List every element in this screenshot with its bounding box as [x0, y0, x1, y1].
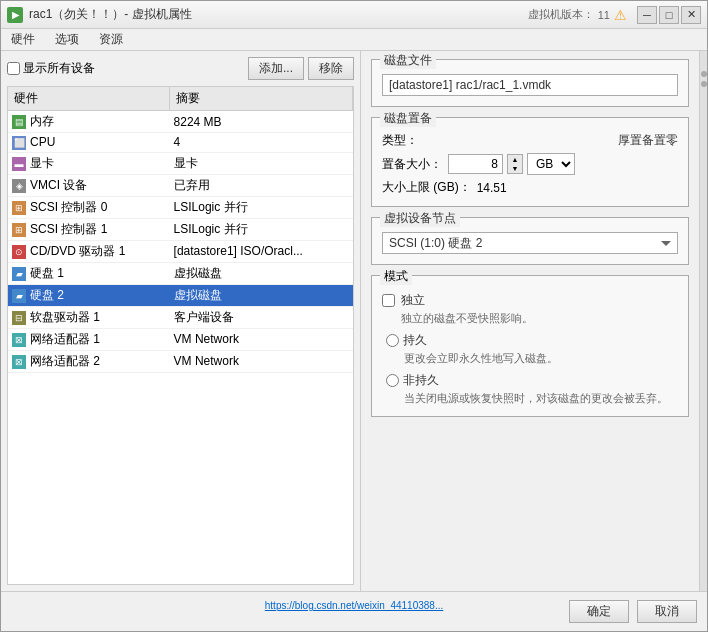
menu-bar: 硬件 选项 资源	[1, 29, 707, 51]
disk-file-section: 磁盘文件	[371, 59, 689, 107]
title-controls: ─ □ ✕	[637, 6, 701, 24]
menu-options[interactable]: 选项	[51, 30, 83, 49]
table-row[interactable]: ▤内存8224 MB	[8, 111, 353, 133]
device-name: SCSI 控制器 1	[30, 222, 107, 236]
mode-section: 模式 独立 独立的磁盘不受快照影响。 持久 更改会立即永久性地写入磁盘。	[371, 275, 689, 417]
persistent-label: 持久	[403, 332, 427, 349]
device-name-cell: ⊞SCSI 控制器 1	[8, 218, 170, 240]
bottom-bar: https://blog.csdn.net/weixin_44110388...…	[1, 591, 707, 631]
device-icon: ▰	[12, 289, 26, 303]
provision-section: 磁盘置备 类型： 厚置备置零 置备大小： ▲ ▼	[371, 117, 689, 207]
maximize-button[interactable]: □	[659, 6, 679, 24]
device-icon: ⊞	[12, 223, 26, 237]
right-panel: 磁盘文件 磁盘置备 类型： 厚置备置零 置备大小：	[361, 51, 699, 591]
device-summary-cell: 显卡	[170, 152, 353, 174]
nonpersistent-desc: 当关闭电源或恢复快照时，对该磁盘的更改会被丢弃。	[404, 391, 678, 406]
main-window: ▶ rac1（勿关！！）- 虚拟机属性 虚拟机版本： 11 ⚠ ─ □ ✕ 硬件…	[0, 0, 708, 632]
table-row[interactable]: ▰硬盘 2虚拟磁盘	[8, 284, 353, 306]
disk-file-title: 磁盘文件	[380, 52, 436, 69]
version-label: 虚拟机版本：	[528, 7, 594, 22]
device-name: 网络适配器 1	[30, 332, 100, 346]
table-row[interactable]: ⬜CPU4	[8, 133, 353, 153]
title-bar: ▶ rac1（勿关！！）- 虚拟机属性 虚拟机版本： 11 ⚠ ─ □ ✕	[1, 1, 707, 29]
device-name-cell: ⊟软盘驱动器 1	[8, 306, 170, 328]
ok-button[interactable]: 确定	[569, 600, 629, 623]
table-row[interactable]: ⊞SCSI 控制器 1LSILogic 并行	[8, 218, 353, 240]
independent-checkbox[interactable]	[382, 294, 395, 307]
toolbar-row: 显示所有设备 添加... 移除	[7, 57, 354, 80]
table-row[interactable]: ⊠网络适配器 1VM Network	[8, 328, 353, 350]
vnode-section: 虚拟设备节点 SCSI (1:0) 硬盘 2	[371, 217, 689, 265]
table-row[interactable]: ⊙CD/DVD 驱动器 1[datastore1] ISO/Oracl...	[8, 240, 353, 262]
size-label: 置备大小：	[382, 156, 442, 173]
remove-button[interactable]: 移除	[308, 57, 354, 80]
menu-hardware[interactable]: 硬件	[7, 30, 39, 49]
nonpersistent-radio[interactable]	[386, 374, 399, 387]
persistent-radio[interactable]	[386, 334, 399, 347]
vnode-select[interactable]: SCSI (1:0) 硬盘 2	[382, 232, 678, 254]
device-name: 显卡	[30, 156, 54, 170]
device-summary-cell: 客户端设备	[170, 306, 353, 328]
size-input[interactable]	[448, 154, 503, 174]
persistent-desc: 更改会立即永久性地写入磁盘。	[404, 351, 678, 366]
device-name-cell: ⊞SCSI 控制器 0	[8, 196, 170, 218]
device-name: 网络适配器 2	[30, 354, 100, 368]
device-summary-cell: LSILogic 并行	[170, 218, 353, 240]
persistent-row: 持久	[386, 332, 678, 349]
device-icon: ◈	[12, 179, 26, 193]
version-num: 11	[598, 9, 610, 21]
device-icon: ⊙	[12, 245, 26, 259]
side-dot-2	[701, 81, 707, 87]
warning-icon: ⚠	[614, 7, 627, 23]
device-name: 硬盘 2	[30, 288, 64, 302]
device-name-cell: ⊙CD/DVD 驱动器 1	[8, 240, 170, 262]
device-name-cell: ▰硬盘 1	[8, 262, 170, 284]
independent-row: 独立 独立的磁盘不受快照影响。	[382, 292, 678, 326]
independent-text: 独立 独立的磁盘不受快照影响。	[401, 292, 533, 326]
side-indicator	[699, 51, 707, 591]
device-summary-cell: 8224 MB	[170, 111, 353, 133]
device-summary-cell: VM Network	[170, 350, 353, 372]
spinner-up[interactable]: ▲	[508, 155, 522, 164]
device-icon: ▤	[12, 115, 26, 129]
device-name-cell: ▰硬盘 2	[8, 284, 170, 306]
provision-title: 磁盘置备	[380, 110, 436, 127]
close-button[interactable]: ✕	[681, 6, 701, 24]
device-icon: ▬	[12, 157, 26, 171]
nonpersistent-option: 非持久 当关闭电源或恢复快照时，对该磁盘的更改会被丢弃。	[386, 372, 678, 406]
device-icon: ⊠	[12, 333, 26, 347]
device-summary-cell: 4	[170, 133, 353, 153]
show-all-label[interactable]: 显示所有设备	[7, 60, 244, 77]
table-row[interactable]: ◈VMCI 设备已弃用	[8, 174, 353, 196]
cancel-button[interactable]: 取消	[637, 600, 697, 623]
menu-resources[interactable]: 资源	[95, 30, 127, 49]
device-name: 内存	[30, 114, 54, 128]
show-all-checkbox[interactable]	[7, 62, 20, 75]
device-summary-cell: LSILogic 并行	[170, 196, 353, 218]
table-row[interactable]: ▰硬盘 1虚拟磁盘	[8, 262, 353, 284]
spinner-down[interactable]: ▼	[508, 164, 522, 173]
max-value: 14.51	[477, 181, 507, 195]
device-name: CD/DVD 驱动器 1	[30, 244, 125, 258]
device-name-cell: ◈VMCI 设备	[8, 174, 170, 196]
provision-badge: 厚置备置零	[618, 132, 678, 149]
add-button[interactable]: 添加...	[248, 57, 304, 80]
device-icon: ▰	[12, 267, 26, 281]
device-name: CPU	[30, 135, 55, 149]
device-name-cell: ▤内存	[8, 111, 170, 133]
device-summary-cell: [datastore1] ISO/Oracl...	[170, 240, 353, 262]
max-label: 大小上限 (GB)：	[382, 179, 471, 196]
size-spinner: ▲ ▼	[507, 154, 523, 174]
disk-file-input[interactable]	[382, 74, 678, 96]
table-row[interactable]: ⊟软盘驱动器 1客户端设备	[8, 306, 353, 328]
unit-select[interactable]: MB GB TB	[527, 153, 575, 175]
minimize-button[interactable]: ─	[637, 6, 657, 24]
col-hardware: 硬件	[8, 87, 170, 111]
app-icon: ▶	[7, 7, 23, 23]
table-row[interactable]: ⊞SCSI 控制器 0LSILogic 并行	[8, 196, 353, 218]
version-area: 虚拟机版本： 11 ⚠	[528, 7, 627, 23]
table-row[interactable]: ⊠网络适配器 2VM Network	[8, 350, 353, 372]
device-name: SCSI 控制器 0	[30, 200, 107, 214]
device-icon: ⊞	[12, 201, 26, 215]
table-row[interactable]: ▬显卡显卡	[8, 152, 353, 174]
